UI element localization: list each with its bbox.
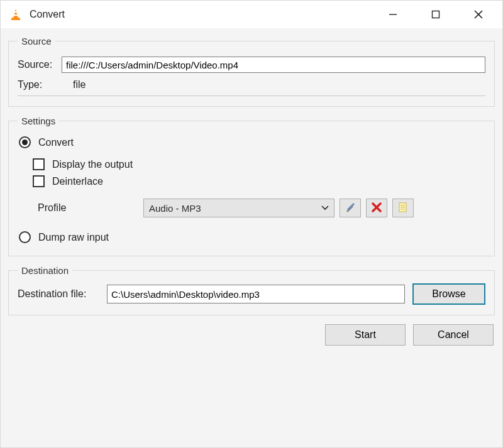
maximize-button[interactable] [414, 2, 457, 27]
window-controls [372, 2, 500, 27]
settings-legend: Settings [18, 116, 59, 126]
convert-radio[interactable] [19, 136, 31, 148]
deinterlace-row[interactable]: Deinterlace [33, 175, 485, 187]
dialog-footer: Start Cancel [8, 322, 495, 346]
destination-group: Destination Destination file: Browse [8, 265, 495, 315]
display-output-checkbox[interactable] [33, 158, 45, 170]
profile-value: Audio - MP3 [149, 203, 201, 214]
minimize-icon [389, 10, 397, 19]
browse-button[interactable]: Browse [412, 283, 485, 305]
dump-raw-label: Dump raw input [38, 232, 109, 243]
cancel-button[interactable]: Cancel [413, 324, 494, 346]
svg-rect-1 [14, 11, 17, 13]
destination-legend: Destination [18, 265, 72, 276]
dump-raw-radio[interactable] [19, 231, 31, 243]
deinterlace-label: Deinterlace [52, 176, 103, 187]
window-title: Convert [30, 9, 65, 20]
dump-raw-row[interactable]: Dump raw input [19, 231, 485, 243]
new-profile-button[interactable] [392, 199, 414, 217]
source-legend: Source [18, 36, 55, 46]
client-area: Source Source: Type: file Settings Conve… [1, 28, 502, 447]
svg-rect-5 [433, 11, 439, 18]
source-label: Source: [18, 59, 62, 70]
type-value: file [73, 79, 86, 90]
svg-marker-0 [14, 9, 18, 18]
convert-radio-row[interactable]: Convert [19, 136, 485, 148]
chevron-down-icon [321, 205, 329, 210]
convert-label: Convert [38, 137, 74, 148]
close-button[interactable] [457, 2, 500, 27]
deinterlace-checkbox[interactable] [33, 175, 45, 187]
delete-profile-button[interactable] [366, 199, 387, 217]
destination-file-label: Destination file: [18, 288, 107, 300]
maximize-icon [431, 10, 440, 19]
svg-marker-3 [11, 18, 21, 20]
convert-dialog: Convert Source Source: Type: file [0, 0, 503, 448]
titlebar: Convert [1, 1, 502, 28]
display-output-label: Display the output [52, 159, 133, 170]
settings-group: Settings Convert Display the output Dein… [8, 116, 495, 256]
start-button[interactable]: Start [325, 324, 406, 346]
display-output-row[interactable]: Display the output [33, 158, 485, 170]
profile-select[interactable]: Audio - MP3 [143, 199, 334, 217]
x-icon [372, 202, 382, 214]
minimize-button[interactable] [372, 2, 414, 27]
type-label: Type: [18, 79, 62, 90]
profile-label: Profile [38, 202, 143, 214]
close-icon [474, 10, 483, 19]
tools-icon [345, 202, 356, 215]
source-group: Source Source: Type: file [8, 36, 495, 107]
vlc-cone-icon [9, 8, 22, 21]
source-input[interactable] [62, 57, 485, 73]
edit-profile-button[interactable] [340, 199, 361, 217]
new-document-icon [397, 202, 409, 215]
destination-file-input[interactable] [107, 285, 405, 303]
svg-rect-2 [14, 14, 18, 16]
